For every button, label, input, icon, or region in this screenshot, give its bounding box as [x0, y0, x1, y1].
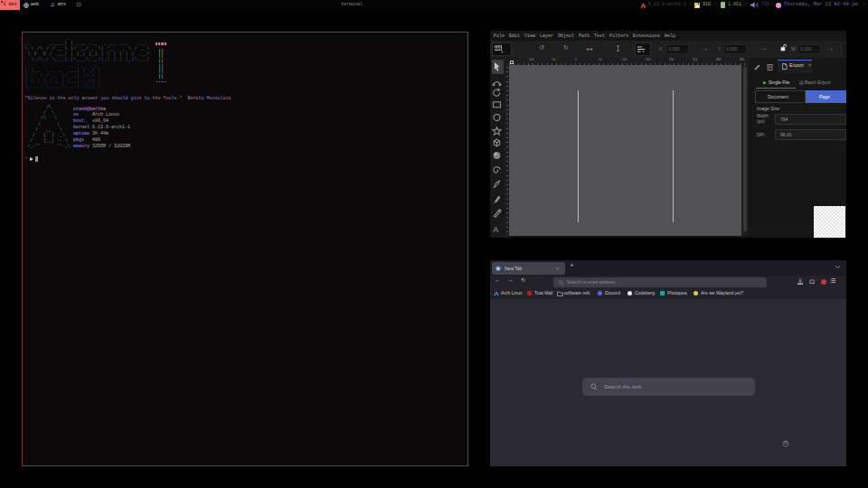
svg-text:A: A: [494, 225, 499, 234]
